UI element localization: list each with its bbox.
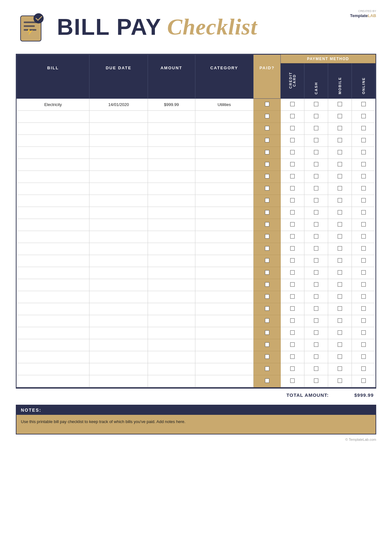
online-checkbox-box[interactable] <box>361 330 366 335</box>
cc-checkbox[interactable] <box>281 195 304 207</box>
online-checkbox[interactable] <box>352 279 376 291</box>
cc-checkbox-box[interactable] <box>290 258 295 263</box>
paid-checkbox-box[interactable] <box>265 222 269 227</box>
cc-checkbox[interactable] <box>281 231 304 243</box>
paid-checkbox-box[interactable] <box>265 138 269 142</box>
amount-cell[interactable] <box>148 231 195 243</box>
paid-checkbox[interactable] <box>253 207 280 219</box>
category-cell[interactable] <box>195 171 253 183</box>
paid-checkbox[interactable] <box>253 351 280 363</box>
cash-checkbox[interactable] <box>304 195 328 207</box>
online-checkbox-box[interactable] <box>361 102 366 106</box>
bill-cell[interactable] <box>17 207 89 219</box>
mobile-checkbox[interactable] <box>328 315 352 327</box>
mobile-checkbox[interactable] <box>328 195 352 207</box>
online-checkbox[interactable] <box>352 159 376 171</box>
cc-checkbox[interactable] <box>281 123 304 135</box>
cash-checkbox-box[interactable] <box>314 354 318 359</box>
cash-checkbox-box[interactable] <box>314 294 318 299</box>
mobile-checkbox[interactable] <box>328 219 352 231</box>
cc-checkbox-box[interactable] <box>290 114 295 118</box>
category-cell[interactable] <box>195 351 253 363</box>
online-checkbox-box[interactable] <box>361 174 366 178</box>
bill-cell[interactable] <box>17 255 89 267</box>
due-cell[interactable] <box>89 135 148 147</box>
amount-cell[interactable] <box>148 219 195 231</box>
amount-cell[interactable] <box>148 255 195 267</box>
paid-checkbox-box[interactable] <box>265 282 269 287</box>
due-cell[interactable]: 14/01/2020 <box>89 99 148 111</box>
mobile-checkbox-box[interactable] <box>338 126 342 130</box>
category-cell[interactable] <box>195 339 253 351</box>
mobile-checkbox[interactable] <box>328 339 352 351</box>
cc-checkbox-box[interactable] <box>290 330 295 335</box>
bill-cell[interactable] <box>17 123 89 135</box>
amount-cell[interactable] <box>148 123 195 135</box>
cc-checkbox[interactable] <box>281 279 304 291</box>
mobile-checkbox-box[interactable] <box>338 222 342 227</box>
paid-checkbox[interactable] <box>253 183 280 195</box>
online-checkbox-box[interactable] <box>361 162 366 166</box>
bill-cell[interactable] <box>17 159 89 171</box>
bill-cell[interactable] <box>17 339 89 351</box>
mobile-checkbox-box[interactable] <box>338 294 342 299</box>
mobile-checkbox-box[interactable] <box>338 342 342 347</box>
online-checkbox[interactable] <box>352 375 376 387</box>
cash-checkbox-box[interactable] <box>314 246 318 251</box>
category-cell[interactable] <box>195 123 253 135</box>
category-cell[interactable] <box>195 315 253 327</box>
bill-cell[interactable] <box>17 291 89 303</box>
due-cell[interactable] <box>89 327 148 339</box>
cc-checkbox[interactable] <box>281 267 304 279</box>
bill-cell[interactable] <box>17 135 89 147</box>
amount-cell[interactable] <box>148 147 195 159</box>
amount-cell[interactable] <box>148 315 195 327</box>
cash-checkbox-box[interactable] <box>314 366 318 371</box>
cc-checkbox[interactable] <box>281 243 304 255</box>
online-checkbox[interactable] <box>352 111 376 123</box>
category-cell[interactable] <box>195 243 253 255</box>
cash-checkbox[interactable] <box>304 255 328 267</box>
cash-checkbox[interactable] <box>304 363 328 375</box>
online-checkbox[interactable] <box>352 99 376 111</box>
paid-checkbox[interactable] <box>253 327 280 339</box>
paid-checkbox[interactable] <box>253 123 280 135</box>
online-checkbox-box[interactable] <box>361 246 366 251</box>
online-checkbox-box[interactable] <box>361 114 366 118</box>
paid-checkbox-box[interactable] <box>265 162 269 166</box>
mobile-checkbox[interactable] <box>328 147 352 159</box>
due-cell[interactable] <box>89 279 148 291</box>
online-checkbox[interactable] <box>352 231 376 243</box>
bill-cell[interactable] <box>17 315 89 327</box>
paid-checkbox[interactable] <box>253 255 280 267</box>
category-cell[interactable] <box>195 303 253 315</box>
online-checkbox-box[interactable] <box>361 234 366 239</box>
cc-checkbox[interactable] <box>281 171 304 183</box>
mobile-checkbox-box[interactable] <box>338 282 342 287</box>
category-cell[interactable] <box>195 111 253 123</box>
online-checkbox[interactable] <box>352 255 376 267</box>
bill-cell[interactable] <box>17 147 89 159</box>
amount-cell[interactable] <box>148 351 195 363</box>
due-cell[interactable] <box>89 207 148 219</box>
paid-checkbox[interactable] <box>253 375 280 387</box>
mobile-checkbox-box[interactable] <box>338 186 342 190</box>
amount-cell[interactable] <box>148 111 195 123</box>
mobile-checkbox-box[interactable] <box>338 270 342 275</box>
cc-checkbox-box[interactable] <box>290 378 295 383</box>
paid-checkbox[interactable] <box>253 195 280 207</box>
online-checkbox-box[interactable] <box>361 378 366 383</box>
due-cell[interactable] <box>89 303 148 315</box>
due-cell[interactable] <box>89 171 148 183</box>
due-cell[interactable] <box>89 195 148 207</box>
due-cell[interactable] <box>89 291 148 303</box>
cash-checkbox[interactable] <box>304 207 328 219</box>
cash-checkbox-box[interactable] <box>314 174 318 178</box>
cc-checkbox[interactable] <box>281 291 304 303</box>
online-checkbox[interactable] <box>352 327 376 339</box>
cash-checkbox-box[interactable] <box>314 258 318 263</box>
mobile-checkbox[interactable] <box>328 111 352 123</box>
cc-checkbox-box[interactable] <box>290 294 295 299</box>
cash-checkbox-box[interactable] <box>314 114 318 118</box>
paid-checkbox-box[interactable] <box>265 354 269 359</box>
